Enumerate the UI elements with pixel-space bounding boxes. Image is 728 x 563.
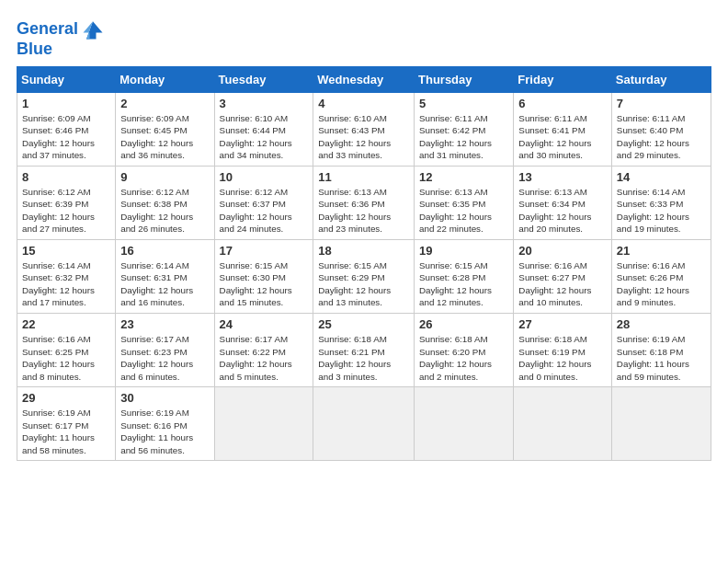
calendar-cell: 4Sunrise: 6:10 AM Sunset: 6:43 PM Daylig… bbox=[313, 92, 415, 166]
day-number: 13 bbox=[518, 170, 607, 184]
day-number: 7 bbox=[617, 97, 706, 110]
day-number: 12 bbox=[419, 170, 508, 184]
calendar-cell: 3Sunrise: 6:10 AM Sunset: 6:44 PM Daylig… bbox=[214, 92, 313, 166]
day-number: 17 bbox=[220, 244, 309, 258]
day-number: 21 bbox=[617, 244, 706, 258]
calendar-cell: 13Sunrise: 6:13 AM Sunset: 6:34 PM Dayli… bbox=[514, 166, 612, 239]
day-info: Sunrise: 6:10 AM Sunset: 6:44 PM Dayligh… bbox=[220, 112, 309, 162]
col-header-monday: Monday bbox=[116, 66, 214, 92]
day-number: 11 bbox=[318, 170, 409, 184]
calendar-cell: 5Sunrise: 6:11 AM Sunset: 6:42 PM Daylig… bbox=[415, 92, 514, 166]
calendar-cell: 19Sunrise: 6:15 AM Sunset: 6:28 PM Dayli… bbox=[415, 239, 514, 313]
calendar-cell: 8Sunrise: 6:12 AM Sunset: 6:39 PM Daylig… bbox=[17, 166, 116, 239]
calendar-cell: 14Sunrise: 6:14 AM Sunset: 6:33 PM Dayli… bbox=[611, 166, 711, 239]
day-info: Sunrise: 6:16 AM Sunset: 6:27 PM Dayligh… bbox=[518, 259, 607, 309]
logo-icon bbox=[80, 17, 106, 42]
week-row-4: 29Sunrise: 6:19 AM Sunset: 6:17 PM Dayli… bbox=[17, 387, 711, 461]
col-header-saturday: Saturday bbox=[611, 66, 711, 92]
calendar-cell bbox=[611, 387, 711, 461]
day-number: 2 bbox=[120, 97, 209, 110]
day-info: Sunrise: 6:18 AM Sunset: 6:20 PM Dayligh… bbox=[419, 333, 508, 383]
calendar-cell: 24Sunrise: 6:17 AM Sunset: 6:22 PM Dayli… bbox=[214, 313, 313, 386]
calendar-cell: 21Sunrise: 6:16 AM Sunset: 6:26 PM Dayli… bbox=[611, 239, 711, 313]
week-row-2: 15Sunrise: 6:14 AM Sunset: 6:32 PM Dayli… bbox=[17, 239, 711, 313]
col-header-friday: Friday bbox=[514, 66, 612, 92]
calendar-cell: 9Sunrise: 6:12 AM Sunset: 6:38 PM Daylig… bbox=[116, 166, 214, 239]
day-info: Sunrise: 6:19 AM Sunset: 6:18 PM Dayligh… bbox=[617, 333, 706, 383]
day-info: Sunrise: 6:13 AM Sunset: 6:34 PM Dayligh… bbox=[518, 186, 607, 236]
calendar-cell bbox=[514, 387, 612, 461]
day-info: Sunrise: 6:13 AM Sunset: 6:35 PM Dayligh… bbox=[419, 186, 508, 236]
day-info: Sunrise: 6:15 AM Sunset: 6:30 PM Dayligh… bbox=[220, 259, 309, 309]
day-info: Sunrise: 6:13 AM Sunset: 6:36 PM Dayligh… bbox=[318, 186, 409, 236]
day-number: 22 bbox=[22, 317, 110, 331]
day-number: 19 bbox=[419, 244, 508, 258]
day-number: 10 bbox=[220, 170, 309, 184]
calendar-cell: 23Sunrise: 6:17 AM Sunset: 6:23 PM Dayli… bbox=[116, 313, 214, 386]
calendar-cell: 25Sunrise: 6:18 AM Sunset: 6:21 PM Dayli… bbox=[313, 313, 415, 386]
day-number: 20 bbox=[518, 244, 607, 258]
logo-text: General bbox=[17, 20, 78, 39]
calendar-cell: 10Sunrise: 6:12 AM Sunset: 6:37 PM Dayli… bbox=[214, 166, 313, 239]
day-info: Sunrise: 6:12 AM Sunset: 6:38 PM Dayligh… bbox=[120, 186, 209, 236]
day-info: Sunrise: 6:10 AM Sunset: 6:43 PM Dayligh… bbox=[318, 112, 409, 162]
day-info: Sunrise: 6:18 AM Sunset: 6:19 PM Dayligh… bbox=[518, 333, 607, 383]
logo-text2: Blue bbox=[17, 40, 52, 59]
day-number: 14 bbox=[617, 170, 706, 184]
calendar-cell: 2Sunrise: 6:09 AM Sunset: 6:45 PM Daylig… bbox=[116, 92, 214, 166]
calendar-cell: 6Sunrise: 6:11 AM Sunset: 6:41 PM Daylig… bbox=[514, 92, 612, 166]
calendar-cell: 7Sunrise: 6:11 AM Sunset: 6:40 PM Daylig… bbox=[611, 92, 711, 166]
day-number: 8 bbox=[22, 170, 110, 184]
day-info: Sunrise: 6:12 AM Sunset: 6:37 PM Dayligh… bbox=[220, 186, 309, 236]
day-number: 3 bbox=[220, 97, 309, 110]
col-header-thursday: Thursday bbox=[415, 66, 514, 92]
calendar-cell: 29Sunrise: 6:19 AM Sunset: 6:17 PM Dayli… bbox=[17, 387, 116, 461]
calendar-cell: 28Sunrise: 6:19 AM Sunset: 6:18 PM Dayli… bbox=[611, 313, 711, 386]
day-number: 5 bbox=[419, 97, 508, 110]
week-row-0: 1Sunrise: 6:09 AM Sunset: 6:46 PM Daylig… bbox=[17, 92, 711, 166]
week-row-1: 8Sunrise: 6:12 AM Sunset: 6:39 PM Daylig… bbox=[17, 166, 711, 239]
day-number: 25 bbox=[318, 317, 409, 331]
day-number: 9 bbox=[120, 170, 209, 184]
day-number: 28 bbox=[617, 317, 706, 331]
day-info: Sunrise: 6:11 AM Sunset: 6:40 PM Dayligh… bbox=[617, 112, 706, 162]
day-number: 16 bbox=[120, 244, 209, 258]
calendar-table: SundayMondayTuesdayWednesdayThursdayFrid… bbox=[17, 66, 711, 461]
week-row-3: 22Sunrise: 6:16 AM Sunset: 6:25 PM Dayli… bbox=[17, 313, 711, 386]
calendar-cell bbox=[313, 387, 415, 461]
calendar-cell: 15Sunrise: 6:14 AM Sunset: 6:32 PM Dayli… bbox=[17, 239, 116, 313]
day-info: Sunrise: 6:09 AM Sunset: 6:45 PM Dayligh… bbox=[120, 112, 209, 162]
day-info: Sunrise: 6:16 AM Sunset: 6:25 PM Dayligh… bbox=[22, 333, 110, 383]
day-number: 1 bbox=[22, 97, 110, 110]
calendar-cell: 11Sunrise: 6:13 AM Sunset: 6:36 PM Dayli… bbox=[313, 166, 415, 239]
day-info: Sunrise: 6:14 AM Sunset: 6:31 PM Dayligh… bbox=[120, 259, 209, 309]
calendar-cell: 16Sunrise: 6:14 AM Sunset: 6:31 PM Dayli… bbox=[116, 239, 214, 313]
calendar-cell: 12Sunrise: 6:13 AM Sunset: 6:35 PM Dayli… bbox=[415, 166, 514, 239]
calendar-cell: 30Sunrise: 6:19 AM Sunset: 6:16 PM Dayli… bbox=[116, 387, 214, 461]
day-info: Sunrise: 6:15 AM Sunset: 6:29 PM Dayligh… bbox=[318, 259, 409, 309]
day-number: 26 bbox=[419, 317, 508, 331]
day-number: 6 bbox=[518, 97, 607, 110]
col-header-tuesday: Tuesday bbox=[214, 66, 313, 92]
day-info: Sunrise: 6:19 AM Sunset: 6:16 PM Dayligh… bbox=[120, 407, 209, 456]
col-header-wednesday: Wednesday bbox=[313, 66, 415, 92]
day-info: Sunrise: 6:09 AM Sunset: 6:46 PM Dayligh… bbox=[22, 112, 110, 162]
calendar-cell: 27Sunrise: 6:18 AM Sunset: 6:19 PM Dayli… bbox=[514, 313, 612, 386]
calendar-cell: 22Sunrise: 6:16 AM Sunset: 6:25 PM Dayli… bbox=[17, 313, 116, 386]
calendar-cell: 1Sunrise: 6:09 AM Sunset: 6:46 PM Daylig… bbox=[17, 92, 116, 166]
calendar-cell: 26Sunrise: 6:18 AM Sunset: 6:20 PM Dayli… bbox=[415, 313, 514, 386]
day-info: Sunrise: 6:17 AM Sunset: 6:23 PM Dayligh… bbox=[120, 333, 209, 383]
calendar-cell bbox=[415, 387, 514, 461]
day-info: Sunrise: 6:14 AM Sunset: 6:32 PM Dayligh… bbox=[22, 259, 110, 309]
day-info: Sunrise: 6:19 AM Sunset: 6:17 PM Dayligh… bbox=[22, 407, 110, 456]
day-number: 30 bbox=[120, 391, 209, 405]
day-number: 27 bbox=[518, 317, 607, 331]
day-number: 29 bbox=[22, 391, 110, 405]
day-info: Sunrise: 6:12 AM Sunset: 6:39 PM Dayligh… bbox=[22, 186, 110, 236]
col-header-sunday: Sunday bbox=[17, 66, 116, 92]
day-info: Sunrise: 6:15 AM Sunset: 6:28 PM Dayligh… bbox=[419, 259, 508, 309]
day-number: 24 bbox=[220, 317, 309, 331]
day-info: Sunrise: 6:11 AM Sunset: 6:42 PM Dayligh… bbox=[419, 112, 508, 162]
day-number: 18 bbox=[318, 244, 409, 258]
day-number: 15 bbox=[22, 244, 110, 258]
